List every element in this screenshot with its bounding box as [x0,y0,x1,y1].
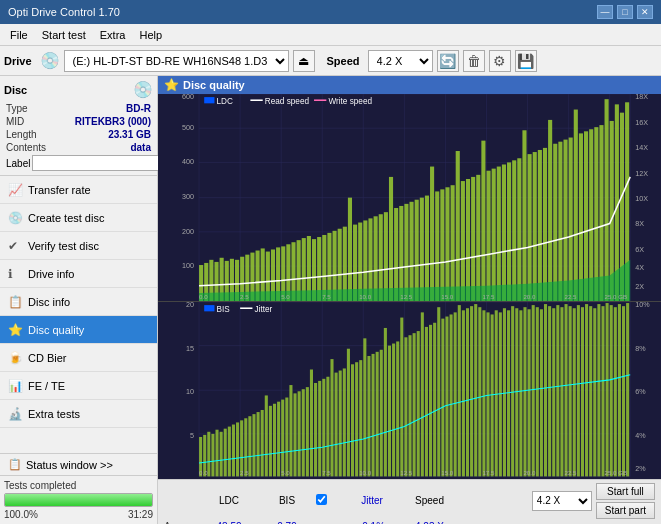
sidebar-item-drive-info[interactable]: ℹ Drive info [0,260,157,288]
sidebar-item-extra-tests[interactable]: 🔬 Extra tests [0,400,157,428]
settings-button[interactable]: ⚙ [489,50,511,72]
svg-rect-226 [495,311,498,477]
svg-rect-73 [471,177,475,301]
menu-start-test[interactable]: Start test [36,27,92,43]
svg-text:15.0: 15.0 [441,470,454,477]
sidebar-item-cd-bier[interactable]: 🍺 CD Bier [0,344,157,372]
svg-rect-223 [482,311,485,477]
progress-time: 31:29 [128,509,153,520]
save-button[interactable]: 💾 [515,50,537,72]
svg-rect-220 [470,306,473,476]
disc-mid-value: RITEKBR3 (000) [75,116,151,127]
sidebar-item-transfer-rate[interactable]: 📈 Transfer rate [0,176,157,204]
svg-rect-191 [351,365,354,477]
svg-rect-231 [515,309,518,477]
svg-rect-69 [451,185,455,301]
svg-rect-179 [302,390,305,477]
svg-rect-104 [204,97,214,103]
nav-icon-extra-tests: 🔬 [8,407,22,421]
svg-rect-254 [610,305,613,476]
start-full-button[interactable]: Start full [596,483,655,500]
svg-text:22.5: 22.5 [565,293,578,300]
speed-select[interactable]: 4.2 X [368,50,433,72]
erase-button[interactable]: 🗑 [463,50,485,72]
svg-rect-173 [277,402,280,477]
status-window-button[interactable]: 📋 Status window >> [0,454,157,476]
svg-rect-222 [478,307,481,476]
svg-rect-241 [556,305,559,476]
nav-icon-drive-info: ℹ [8,267,22,281]
svg-rect-235 [532,305,535,476]
svg-rect-195 [367,356,370,476]
drive-label: Drive [4,55,32,67]
disc-contents-row: Contents data [4,142,153,153]
drivebar: Drive 💿 (E:) HL-DT-ST BD-RE WH16NS48 1.D… [0,46,661,76]
svg-rect-89 [553,144,557,302]
svg-text:Read speed: Read speed [265,97,310,106]
svg-rect-225 [491,315,494,477]
svg-text:2X: 2X [635,282,644,291]
svg-rect-80 [507,162,511,301]
svg-text:10.0: 10.0 [359,293,372,300]
start-part-button[interactable]: Start part [596,502,655,519]
svg-rect-233 [523,307,526,476]
menu-extra[interactable]: Extra [94,27,132,43]
sidebar-item-verify-test-disc[interactable]: ✔ Verify test disc [0,232,157,260]
disc-contents-label: Contents [6,142,46,153]
panel-title: Disc quality [183,79,245,91]
svg-rect-215 [450,315,453,477]
sidebar-item-create-test-disc[interactable]: 💿 Create test disc [0,204,157,232]
close-button[interactable]: ✕ [637,5,653,19]
svg-rect-185 [326,377,329,477]
svg-rect-208 [421,313,424,477]
svg-rect-156 [207,432,210,477]
svg-rect-162 [232,425,235,477]
svg-rect-159 [220,432,223,477]
svg-text:Jitter: Jitter [254,306,272,315]
menubar: File Start test Extra Help [0,24,661,46]
minimize-button[interactable]: — [597,5,613,19]
menu-help[interactable]: Help [133,27,168,43]
disc-panel-title: Disc [4,84,27,96]
svg-rect-210 [429,325,432,477]
sidebar-item-fe-te[interactable]: 📊 FE / TE [0,372,157,400]
svg-text:2.5: 2.5 [240,470,249,477]
svg-rect-94 [579,133,583,301]
speed-result-select[interactable]: 4.2 X [532,491,592,511]
svg-rect-239 [548,306,551,476]
svg-rect-172 [273,404,276,477]
svg-rect-62 [415,200,419,302]
drive-icon: 💿 [40,51,60,70]
svg-text:10%: 10% [635,302,650,309]
nav-icon-cd-bier: 🍺 [8,351,22,365]
jitter-checkbox[interactable] [316,494,327,505]
sidebar-item-disc-quality[interactable]: ⭐ Disc quality [0,316,157,344]
drive-select[interactable]: (E:) HL-DT-ST BD-RE WH16NS48 1.D3 [64,50,289,72]
svg-rect-93 [574,110,578,302]
maximize-button[interactable]: □ [617,5,633,19]
eject-button[interactable]: ⏏ [293,50,315,72]
svg-rect-201 [392,344,395,477]
svg-rect-256 [618,304,621,476]
svg-rect-204 [404,338,407,477]
svg-rect-158 [215,430,218,477]
svg-rect-198 [380,350,383,477]
svg-rect-83 [522,130,526,301]
disc-label-input[interactable] [32,155,165,171]
svg-rect-183 [318,381,321,477]
svg-rect-165 [244,419,247,477]
sidebar-item-disc-info[interactable]: 📋 Disc info [0,288,157,316]
disc-length-value: 23.31 GB [108,129,151,140]
svg-rect-246 [577,305,580,476]
svg-rect-86 [538,150,542,301]
svg-rect-97 [594,127,598,301]
svg-rect-163 [236,423,239,477]
panel-icon: ⭐ [164,78,179,92]
svg-text:400: 400 [182,157,194,166]
menu-file[interactable]: File [4,27,34,43]
svg-rect-168 [257,412,260,476]
svg-text:17.5: 17.5 [482,293,495,300]
svg-text:600: 600 [182,94,194,101]
svg-rect-72 [466,179,470,301]
refresh-button[interactable]: 🔄 [437,50,459,72]
